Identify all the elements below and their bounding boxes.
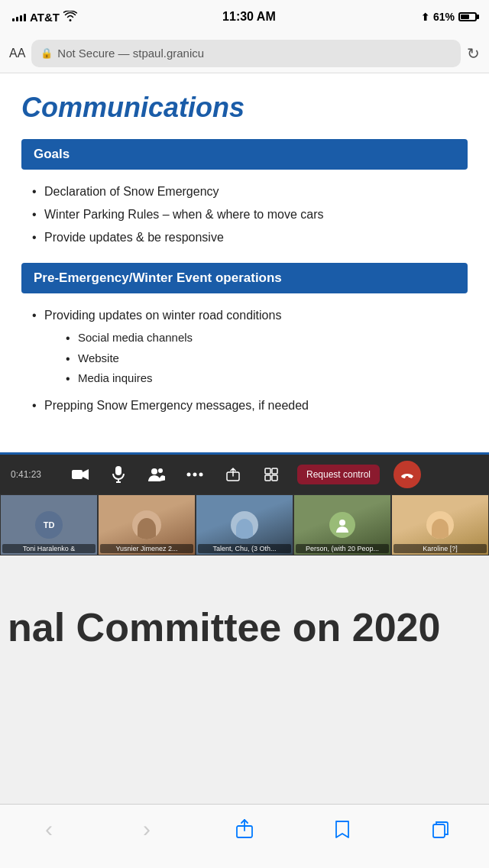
- call-timer: 0:41:23: [11, 469, 41, 480]
- goals-section: Goals Declaration of Snow Emergency Wint…: [21, 139, 468, 249]
- share-nav-icon: [235, 819, 254, 839]
- status-bar: AT&T 11:30 AM ⬆ 61%: [0, 0, 489, 34]
- sub-bullet-2: Website: [63, 348, 468, 369]
- participant-initials-1: TD: [44, 520, 55, 530]
- pre-emergency-header: Pre-Emergency/Winter Event operations: [21, 263, 468, 293]
- forward-button[interactable]: ›: [130, 812, 164, 846]
- svg-point-5: [158, 468, 163, 473]
- signal-bar-3: [20, 15, 22, 21]
- signal-bar-4: [24, 14, 26, 21]
- request-control-button[interactable]: Request control: [297, 465, 380, 484]
- svg-rect-13: [272, 475, 277, 481]
- svg-rect-12: [265, 475, 270, 481]
- back-icon: ‹: [45, 816, 53, 842]
- goals-bullet-1: Declaration of Snow Emergency: [29, 180, 468, 203]
- slide-title: Communications: [21, 92, 468, 124]
- battery-icon: [458, 12, 477, 21]
- url-bar[interactable]: 🔒 Not Secure — stpaul.granicu: [31, 40, 461, 67]
- lock-icon: 🔒: [40, 47, 53, 59]
- participant-name-3: Talent, Chu, (3 Oth...: [198, 544, 291, 553]
- svg-point-7: [193, 472, 196, 476]
- goals-header: Goals: [21, 139, 468, 170]
- participant-thumb-1: TD Toni Haralenko &: [0, 494, 98, 555]
- pre-emergency-section: Pre-Emergency/Winter Event operations Pr…: [21, 263, 468, 417]
- pre-bullet-1: Providing updates on winter road conditi…: [29, 304, 468, 394]
- bookmarks-button[interactable]: [325, 812, 359, 846]
- participant-thumb-4: Person, (with 20 Peop...: [293, 494, 391, 555]
- camera-button[interactable]: [68, 462, 92, 487]
- aa-label[interactable]: AA: [9, 47, 25, 60]
- goals-bullet-3: Provide updates & be responsive: [29, 226, 468, 249]
- participant-thumb-2: Yusnier Jimenez 2...: [98, 494, 196, 555]
- forward-icon: ›: [143, 816, 151, 842]
- pre-emergency-bullet-list: Providing updates on winter road conditi…: [21, 304, 468, 417]
- battery-fill: [461, 15, 469, 19]
- goals-bullet-list: Declaration of Snow Emergency Winter Par…: [21, 180, 468, 249]
- microphone-button[interactable]: [106, 462, 131, 487]
- share-button[interactable]: [221, 462, 245, 487]
- svg-rect-16: [433, 824, 445, 837]
- status-left: AT&T: [12, 11, 77, 24]
- svg-rect-11: [272, 468, 277, 474]
- bottom-text-area: nal Committee on 2020: [0, 555, 489, 662]
- tabs-icon: [430, 819, 450, 839]
- share-nav-button[interactable]: [228, 812, 261, 846]
- sub-bullet-3: Media inquires: [63, 368, 468, 389]
- participant-thumb-3: Talent, Chu, (3 Oth...: [196, 494, 293, 555]
- svg-point-6: [186, 472, 190, 476]
- goals-bullet-2: Winter Parking Rules – when & where to m…: [29, 203, 468, 226]
- participants-bar: TD Toni Haralenko & Yusnier Jimenez 2...…: [0, 494, 489, 555]
- browser-bar: AA 🔒 Not Secure — stpaul.granicu ↻: [0, 34, 489, 73]
- participant-name-4: Person, (with 20 Peop...: [296, 544, 389, 553]
- safari-nav: ‹ ›: [0, 804, 489, 868]
- sub-bullet-list: Social media channels Website Media inqu…: [63, 328, 468, 389]
- signal-bar-1: [12, 18, 15, 21]
- reload-button[interactable]: ↻: [467, 44, 480, 63]
- status-right: ⬆ 61%: [421, 11, 477, 23]
- signal-bar-2: [16, 17, 18, 21]
- sub-bullet-1: Social media channels: [63, 328, 468, 348]
- participants-button[interactable]: [144, 462, 169, 487]
- participant-name-1: Toni Haralenko &: [2, 544, 96, 553]
- slide-container: Communications Goals Declaration of Snow…: [0, 73, 489, 455]
- video-controls-bar: 0:41:23: [0, 455, 489, 494]
- tabs-button[interactable]: [423, 812, 457, 846]
- bookmarks-icon: [332, 819, 352, 839]
- carrier-label: AT&T: [30, 11, 60, 24]
- slide-content: Communications Goals Declaration of Snow…: [0, 73, 489, 455]
- location-icon: ⬆: [421, 11, 429, 23]
- layout-button[interactable]: [259, 462, 283, 487]
- signal-bars: [12, 12, 26, 21]
- clock: 11:30 AM: [222, 10, 276, 24]
- pre-bullet-2: Prepping Snow Emergency messages, if nee…: [29, 394, 468, 417]
- end-call-button[interactable]: [393, 461, 421, 488]
- svg-point-4: [151, 468, 157, 474]
- svg-rect-1: [115, 466, 121, 475]
- participant-name-5: Karoline [?]: [393, 544, 487, 553]
- svg-point-14: [339, 520, 345, 526]
- svg-rect-0: [72, 470, 83, 479]
- svg-rect-10: [265, 468, 270, 474]
- back-button[interactable]: ‹: [32, 812, 66, 846]
- participant-name-2: Yusnier Jimenez 2...: [100, 544, 193, 553]
- participant-thumb-5: Karoline [?]: [391, 494, 489, 555]
- url-text: Not Secure — stpaul.granicu: [57, 47, 204, 60]
- wifi-icon: [63, 11, 77, 24]
- battery-percent: 61%: [433, 11, 455, 23]
- participant-avatar-1: TD: [35, 511, 63, 539]
- partial-bottom-text: nal Committee on 2020: [8, 607, 440, 647]
- more-button[interactable]: [183, 462, 207, 487]
- svg-point-8: [199, 472, 202, 476]
